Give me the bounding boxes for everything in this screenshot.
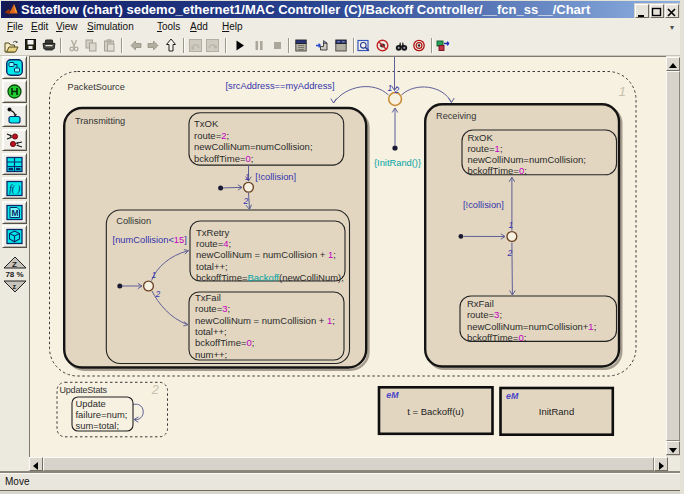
svg-text:InitRand: InitRand <box>539 406 574 417</box>
svg-text:f( ): f( ) <box>9 184 20 195</box>
svg-text:1: 1 <box>152 270 157 280</box>
svg-text:failure=num;: failure=num; <box>76 409 128 420</box>
svg-text:2: 2 <box>155 289 161 299</box>
svg-text:1: 1 <box>509 220 514 230</box>
svg-text:Z: Z <box>12 260 17 269</box>
svg-text:route=1;: route=1; <box>467 143 502 154</box>
svg-text:1: 1 <box>245 172 250 182</box>
svg-text:eM: eM <box>506 391 519 401</box>
svg-text:newColliNum = numCollision + 1: newColliNum = numCollision + 1; <box>195 315 335 326</box>
svg-text:UpdateStats: UpdateStats <box>60 385 108 395</box>
svg-text:PacketSource: PacketSource <box>68 82 125 92</box>
svg-text:2: 2 <box>394 85 400 95</box>
svg-text:sum=total;: sum=total; <box>76 420 120 431</box>
svg-text:route=3;: route=3; <box>195 303 230 314</box>
svg-text:1: 1 <box>619 84 627 99</box>
svg-text:total++;: total++; <box>196 261 228 272</box>
svg-text:[numCollision<15]: [numCollision<15] <box>113 235 187 245</box>
svg-text:t = Backoff(u): t = Backoff(u) <box>407 406 464 417</box>
svg-text:route=2;: route=2; <box>194 130 229 141</box>
svg-text:bckoffTime=0;: bckoffTime=0; <box>195 337 254 348</box>
svg-text:1: 1 <box>388 83 393 93</box>
svg-text:TxOK: TxOK <box>194 118 219 129</box>
svg-text:2: 2 <box>151 383 159 397</box>
svg-text:newColliNum = numCollision + 1: newColliNum = numCollision + 1; <box>196 249 336 260</box>
svg-text:{InitRand()}: {InitRand()} <box>374 158 421 168</box>
svg-text:[srcAddress==myAddress]: [srcAddress==myAddress] <box>226 81 335 91</box>
svg-text:newColliNum=numCollision;: newColliNum=numCollision; <box>194 141 313 152</box>
svg-text:Receiving: Receiving <box>436 111 476 121</box>
svg-text:TxFail: TxFail <box>195 292 221 303</box>
svg-text:RxOK: RxOK <box>467 132 493 143</box>
svg-text:num++;: num++; <box>195 349 227 360</box>
svg-text:2: 2 <box>243 196 249 206</box>
svg-text:2: 2 <box>507 248 513 258</box>
svg-text:Transmitting: Transmitting <box>75 116 125 126</box>
svg-text:bckoffTime=0;: bckoffTime=0; <box>467 332 526 343</box>
svg-text:newColliNum=numCollision+1;: newColliNum=numCollision+1; <box>467 321 596 332</box>
svg-text:bckoffTime=Backoff(newColliNum: bckoffTime=Backoff(newColliNum); <box>196 272 344 283</box>
svg-text:RxFail: RxFail <box>467 298 494 309</box>
svg-text:z: z <box>13 283 17 290</box>
svg-text:bckoffTime=0;: bckoffTime=0; <box>467 165 526 176</box>
svg-text:bckoffTime=0;: bckoffTime=0; <box>194 153 253 164</box>
svg-text:[!collision]: [!collision] <box>463 200 504 210</box>
svg-text:route=4;: route=4; <box>196 238 231 249</box>
svg-text:newColliNum=numCollision;: newColliNum=numCollision; <box>467 154 586 165</box>
svg-text:eM: eM <box>386 390 399 400</box>
svg-text:Collision: Collision <box>116 216 151 226</box>
svg-text:Update: Update <box>76 398 106 409</box>
svg-text:M: M <box>12 208 19 218</box>
svg-text:route=3;: route=3; <box>467 309 502 320</box>
svg-text:[!collision]: [!collision] <box>255 172 296 182</box>
svg-text:total++;: total++; <box>195 326 227 337</box>
svg-text:TxRetry: TxRetry <box>196 227 230 238</box>
